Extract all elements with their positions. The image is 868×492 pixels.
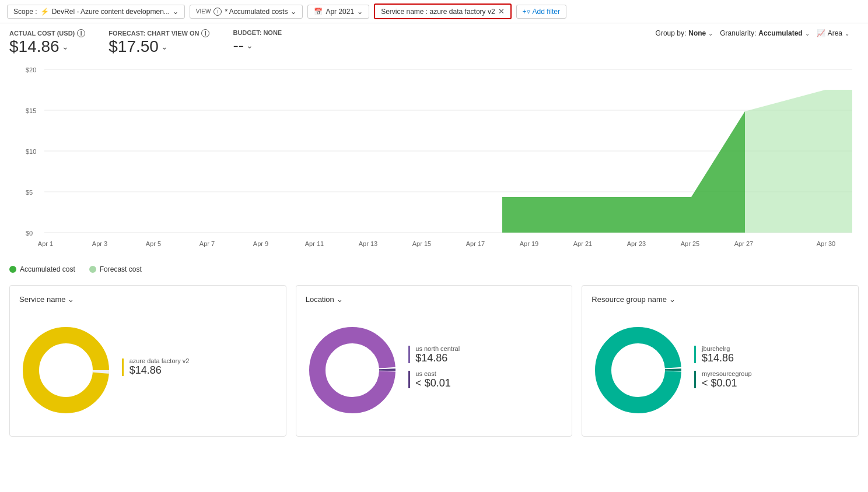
us-north-color-bar [408,346,410,363]
filter-tag[interactable]: Service name : azure data factory v2 ✕ [374,3,511,19]
svg-text:Apr 25: Apr 25 [681,240,699,247]
svg-text:$10: $10 [26,148,36,155]
scope-icon: ⚡ [40,8,49,16]
chevron-down-icon: ⌄ [708,30,713,37]
svg-point-29 [603,335,673,405]
service-name-legend: azure data factory v2 $14.86 [122,357,276,382]
us-north-name: us north central [415,345,460,352]
service-name-card-header[interactable]: Service name ⌄ [19,295,276,304]
forecast-summary: FORECAST: CHART VIEW ON i $17.50 ⌄ [108,29,209,56]
chart-legend: Accumulated cost Forecast cost [0,261,868,278]
info-icon[interactable]: i [214,8,222,16]
info-icon[interactable]: i [77,29,85,37]
chevron-down-icon: ⌄ [68,295,74,304]
chevron-down-icon: ⌄ [845,30,849,37]
legend-item-myresourcegroup: myresourcegroup < $0.01 [694,370,849,389]
location-card: Location ⌄ us north central $14.86 [296,285,573,437]
filter-label: Service name : azure data factory v2 [381,8,495,16]
myresourcegroup-value: < $0.01 [702,377,752,389]
service-name-donut [19,324,113,417]
location-card-header[interactable]: Location ⌄ [306,295,563,304]
actual-cost-summary: ACTUAL COST (USD) i $14.86 ⌄ [9,29,85,56]
chart-type-button[interactable]: 📈 Area ⌄ [817,29,849,37]
forecast-area [745,90,852,233]
date-value: Apr 2021 [326,8,354,16]
myresourcegroup-color-bar [694,371,696,388]
forecast-cost-label: Forecast cost [100,265,142,273]
location-legend: us north central $14.86 us east < $0.01 [408,345,563,395]
service-name-card-body: azure data factory v2 $14.86 [19,313,276,427]
chevron-down-icon: ⌄ [669,295,676,304]
adf-color-bar [122,359,124,376]
us-east-color-bar [408,371,410,388]
resource-group-legend: jburchelrg $14.86 myresourcegroup < $0.0… [694,345,849,395]
svg-text:Apr 11: Apr 11 [305,240,324,247]
us-north-legend-text: us north central $14.86 [415,345,460,364]
granularity-button[interactable]: Granularity: Accumulated ⌄ [720,29,809,37]
chevron-down-icon: ⌄ [173,8,178,16]
svg-text:Apr 7: Apr 7 [200,240,215,247]
legend-item-us-north: us north central $14.86 [408,345,563,364]
forecast-value: $17.50 [108,37,159,56]
resource-group-donut [592,324,685,417]
svg-text:Apr 15: Apr 15 [412,240,431,247]
service-name-card: Service name ⌄ azure data factory v2 $14… [9,285,286,437]
scope-label: Scope : [13,8,37,16]
svg-text:Apr 1: Apr 1 [38,240,53,247]
chart-controls: Group by: None ⌄ Granularity: Accumulate… [656,29,859,37]
svg-point-25 [31,335,101,405]
svg-text:Apr 9: Apr 9 [253,240,268,247]
location-card-body: us north central $14.86 us east < $0.01 [306,313,563,427]
group-by-button[interactable]: Group by: None ⌄ [656,29,713,37]
budget-summary: BUDGET: NONE -- ⌄ [233,29,282,55]
toolbar: Scope : ⚡ DevRel - Azure content develop… [0,0,868,23]
granularity-label: Granularity: [720,29,756,37]
add-filter-icon: +▿ [523,8,530,16]
chart-type-icon: 📈 [817,29,825,37]
us-east-value: < $0.01 [415,377,451,389]
close-icon[interactable]: ✕ [498,7,505,16]
resource-group-card-body: jburchelrg $14.86 myresourcegroup < $0.0… [592,313,849,427]
forecast-cost-dot [89,266,96,273]
svg-text:Apr 30: Apr 30 [817,240,835,247]
resource-group-header-label: Resource group name [592,295,667,304]
chevron-down-icon: ⌄ [805,30,810,37]
location-donut [306,324,399,417]
resource-group-card-header[interactable]: Resource group name ⌄ [592,295,849,304]
actual-cost-value: $14.86 [9,37,60,56]
actual-cost-label: ACTUAL COST (USD) [9,30,75,37]
date-button[interactable]: 📅 Apr 2021 ⌄ [307,5,369,19]
chevron-down-icon: ⌄ [246,41,253,50]
forecast-label: FORECAST: CHART VIEW ON [108,30,199,37]
svg-text:Apr 19: Apr 19 [520,240,538,247]
chevron-down-icon: ⌄ [357,8,363,16]
svg-text:$15: $15 [26,107,36,114]
adf-value: $14.86 [130,364,190,377]
us-east-legend-text: us east < $0.01 [415,370,451,389]
accumulated-cost-dot [9,266,16,273]
scope-button[interactable]: Scope : ⚡ DevRel - Azure content develop… [7,5,185,19]
view-label: VIEW [196,8,211,15]
svg-text:Apr 17: Apr 17 [466,240,485,247]
service-name-header-label: Service name [19,295,65,304]
chevron-down-icon: ⌄ [337,295,343,304]
svg-text:$20: $20 [26,66,36,73]
info-icon[interactable]: i [201,29,209,37]
add-filter-button[interactable]: +▿ Add filter [516,5,566,19]
granularity-value: Accumulated [758,29,802,37]
jburchelrg-value: $14.86 [702,352,734,364]
add-filter-label: Add filter [533,8,560,16]
svg-text:$5: $5 [26,189,33,196]
svg-point-27 [317,335,387,405]
forecast-cost-legend: Forecast cost [89,265,142,273]
svg-text:Apr 13: Apr 13 [359,240,377,247]
legend-item-jburchelrg: jburchelrg $14.86 [694,345,849,364]
view-button[interactable]: VIEW i * Accumulated costs ⌄ [190,5,303,19]
jburchelrg-color-bar [694,346,696,363]
calendar-icon: 📅 [314,8,323,16]
us-east-name: us east [415,370,451,377]
myresourcegroup-legend-text: myresourcegroup < $0.01 [702,370,752,389]
cost-chart: $20 $15 $10 $5 $0 Apr 1 Apr 3 Apr 5 Apr … [0,61,868,261]
svg-text:Apr 5: Apr 5 [146,240,161,247]
group-by-label: Group by: [656,29,687,37]
